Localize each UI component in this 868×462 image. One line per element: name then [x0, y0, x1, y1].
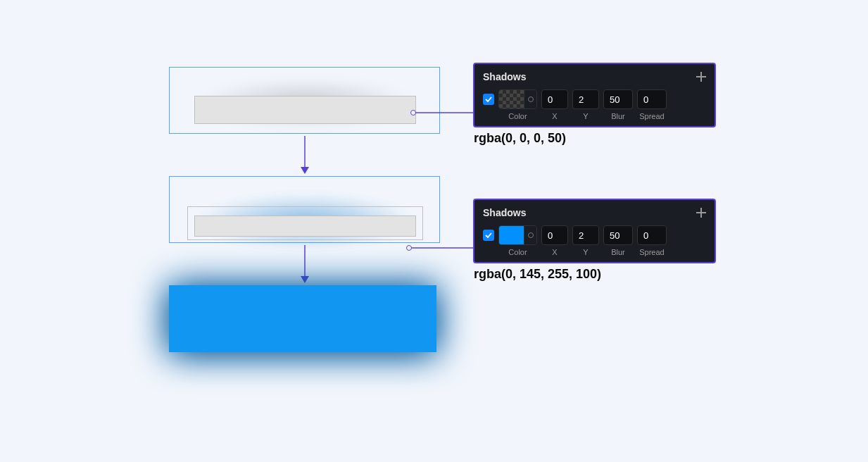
y-label: Y	[583, 112, 588, 120]
connector-dot-1	[410, 110, 416, 116]
color-label: Color	[508, 112, 527, 120]
blur-label: Blur	[611, 248, 625, 256]
example-1-layer	[194, 96, 416, 124]
diagram-stage	[169, 67, 440, 352]
final-result-layer	[169, 285, 436, 352]
shadow-blur-input[interactable]: 50	[603, 89, 633, 109]
panel-2-caption: rgba(0, 145, 255, 100)	[474, 267, 601, 282]
blur-label: Blur	[611, 112, 625, 120]
arrow-down-1	[169, 134, 440, 176]
shadow-color-swatch[interactable]	[498, 225, 537, 245]
svg-marker-3	[301, 276, 309, 283]
color-detail-icon[interactable]	[524, 226, 536, 244]
example-2-inner-layer	[194, 216, 416, 237]
shadow-blur-input[interactable]: 50	[603, 225, 633, 245]
transparent-swatch-icon	[499, 90, 524, 108]
panel-1-title: Shadows	[483, 71, 526, 82]
shadow-enabled-checkbox[interactable]	[483, 230, 494, 241]
example-1-selection-frame	[169, 67, 440, 134]
spread-label: Spread	[639, 112, 664, 120]
add-shadow-icon[interactable]	[696, 72, 706, 82]
arrow-down-2	[169, 243, 440, 285]
spread-label: Spread	[639, 248, 664, 256]
panel-2-title: Shadows	[483, 207, 526, 218]
shadow-x-input[interactable]: 0	[541, 89, 568, 109]
panel-1-caption: rgba(0, 0, 0, 50)	[474, 131, 566, 146]
shadows-panel-1: Shadows Color 0 X 2 Y 50 Blur 0 Spread	[473, 63, 716, 127]
color-detail-icon[interactable]	[524, 90, 536, 108]
shadow-x-input[interactable]: 0	[541, 225, 568, 245]
x-label: X	[552, 248, 557, 256]
shadow-y-input[interactable]: 2	[572, 89, 599, 109]
color-label: Color	[508, 248, 527, 256]
shadow-color-swatch[interactable]	[498, 89, 537, 109]
shadow-enabled-checkbox[interactable]	[483, 94, 494, 105]
shadow-spread-input[interactable]: 0	[637, 89, 667, 109]
y-label: Y	[583, 248, 588, 256]
shadow-y-input[interactable]: 2	[572, 225, 599, 245]
add-shadow-icon[interactable]	[696, 208, 706, 218]
shadow-spread-input[interactable]: 0	[637, 225, 667, 245]
shadows-panel-2: Shadows Color 0 X 2 Y 50 Blur 0 Spread	[473, 199, 716, 263]
x-label: X	[552, 112, 557, 120]
svg-marker-1	[301, 167, 309, 174]
connector-dot-2	[406, 245, 412, 251]
blue-swatch-icon	[499, 226, 524, 244]
example-2-selection-frame	[169, 176, 440, 243]
